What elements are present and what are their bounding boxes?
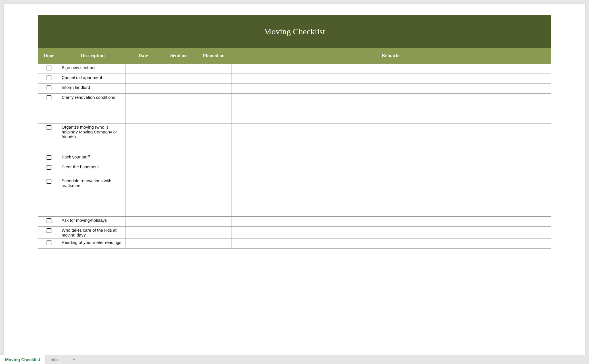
- tab-moving-checklist[interactable]: Moving Checklist: [0, 355, 45, 364]
- cell-date[interactable]: [126, 177, 161, 217]
- checkbox-icon[interactable]: [47, 228, 51, 233]
- cell-description[interactable]: Reading of your meter readings: [60, 239, 126, 249]
- header-send-on: Send on: [161, 48, 196, 64]
- cell-send-on[interactable]: [161, 124, 196, 153]
- cell-date[interactable]: [126, 227, 161, 239]
- cell-phoned-on[interactable]: [196, 74, 231, 84]
- header-phoned-on: Phoned on: [196, 48, 231, 64]
- checkbox-icon[interactable]: [47, 95, 51, 100]
- cell-description[interactable]: Cancel old apartment: [60, 74, 126, 84]
- tab-add-sheet[interactable]: +: [63, 355, 85, 364]
- table-row: Clear the basement: [38, 163, 551, 177]
- cell-remarks[interactable]: [231, 94, 551, 124]
- sheet-tab-bar: Moving Checklist Info +: [0, 355, 589, 364]
- cell-phoned-on[interactable]: [196, 94, 231, 124]
- cell-done[interactable]: [38, 217, 60, 227]
- cell-remarks[interactable]: [231, 84, 551, 94]
- cell-done[interactable]: [38, 64, 60, 74]
- cell-remarks[interactable]: [231, 153, 551, 163]
- cell-date[interactable]: [126, 64, 161, 74]
- cell-send-on[interactable]: [161, 84, 196, 94]
- checkbox-icon[interactable]: [47, 85, 51, 90]
- cell-send-on[interactable]: [161, 64, 196, 74]
- table-row: Reading of your meter readings: [38, 239, 551, 249]
- cell-remarks[interactable]: [231, 124, 551, 153]
- cell-date[interactable]: [126, 239, 161, 249]
- cell-description[interactable]: Sign new contract: [60, 64, 126, 74]
- cell-date[interactable]: [126, 163, 161, 177]
- cell-description[interactable]: Inform landlord: [60, 84, 126, 94]
- tab-info[interactable]: Info: [45, 355, 63, 364]
- cell-phoned-on[interactable]: [196, 177, 231, 217]
- cell-description[interactable]: Pack your stuff: [60, 153, 126, 163]
- checklist-table: Done Description Date Send on Phoned on …: [38, 48, 551, 249]
- cell-date[interactable]: [126, 153, 161, 163]
- checkbox-icon[interactable]: [47, 165, 51, 170]
- cell-date[interactable]: [126, 217, 161, 227]
- cell-send-on[interactable]: [161, 153, 196, 163]
- cell-done[interactable]: [38, 239, 60, 249]
- cell-send-on[interactable]: [161, 217, 196, 227]
- cell-remarks[interactable]: [231, 227, 551, 239]
- cell-date[interactable]: [126, 74, 161, 84]
- cell-remarks[interactable]: [231, 163, 551, 177]
- cell-phoned-on[interactable]: [196, 153, 231, 163]
- cell-date[interactable]: [126, 84, 161, 94]
- cell-phoned-on[interactable]: [196, 84, 231, 94]
- table-row: Cancel old apartment: [38, 74, 551, 84]
- table-row: Pack your stuff: [38, 153, 551, 163]
- cell-send-on[interactable]: [161, 227, 196, 239]
- cell-send-on[interactable]: [161, 239, 196, 249]
- cell-phoned-on[interactable]: [196, 64, 231, 74]
- cell-date[interactable]: [126, 94, 161, 124]
- table-row: Who takes care of the kids at moving day…: [38, 227, 551, 239]
- cell-remarks[interactable]: [231, 177, 551, 217]
- cell-send-on[interactable]: [161, 74, 196, 84]
- cell-remarks[interactable]: [231, 217, 551, 227]
- checkbox-icon[interactable]: [47, 66, 51, 70]
- cell-done[interactable]: [38, 163, 60, 177]
- cell-description[interactable]: Clarify renovation conditions: [60, 94, 126, 124]
- header-remarks: Remarks: [231, 48, 551, 64]
- cell-done[interactable]: [38, 153, 60, 163]
- cell-phoned-on[interactable]: [196, 239, 231, 249]
- cell-send-on[interactable]: [161, 163, 196, 177]
- cell-description[interactable]: Ask for moving-holidays: [60, 217, 126, 227]
- checkbox-icon[interactable]: [47, 218, 51, 223]
- cell-remarks[interactable]: [231, 74, 551, 84]
- table-row: Clarify renovation conditions: [38, 94, 551, 124]
- table-header-row: Done Description Date Send on Phoned on …: [38, 48, 551, 64]
- cell-description[interactable]: Who takes care of the kids at moving day…: [60, 227, 126, 239]
- table-row: Organize moving (who is helping? Moving …: [38, 124, 551, 153]
- cell-send-on[interactable]: [161, 94, 196, 124]
- cell-description[interactable]: Clear the basement: [60, 163, 126, 177]
- header-done: Done: [38, 48, 60, 64]
- cell-done[interactable]: [38, 177, 60, 217]
- cell-done[interactable]: [38, 227, 60, 239]
- cell-description[interactable]: Schedule renovations with craftsmen: [60, 177, 126, 217]
- cell-phoned-on[interactable]: [196, 124, 231, 153]
- table-row: Schedule renovations with craftsmen: [38, 177, 551, 217]
- cell-date[interactable]: [126, 124, 161, 153]
- cell-remarks[interactable]: [231, 239, 551, 249]
- cell-send-on[interactable]: [161, 177, 196, 217]
- table-row: Sign new contract: [38, 64, 551, 74]
- cell-description[interactable]: Organize moving (who is helping? Moving …: [60, 124, 126, 153]
- cell-done[interactable]: [38, 74, 60, 84]
- cell-done[interactable]: [38, 94, 60, 124]
- checkbox-icon[interactable]: [47, 125, 51, 130]
- checkbox-icon[interactable]: [47, 155, 51, 160]
- cell-phoned-on[interactable]: [196, 163, 231, 177]
- header-description: Description: [60, 48, 126, 64]
- checkbox-icon[interactable]: [47, 240, 51, 245]
- cell-done[interactable]: [38, 84, 60, 94]
- cell-phoned-on[interactable]: [196, 217, 231, 227]
- title-banner: Moving Checklist: [38, 15, 551, 48]
- header-date: Date: [126, 48, 161, 64]
- checkbox-icon[interactable]: [47, 179, 51, 184]
- cell-phoned-on[interactable]: [196, 227, 231, 239]
- cell-done[interactable]: [38, 124, 60, 153]
- cell-remarks[interactable]: [231, 64, 551, 74]
- table-row: Ask for moving-holidays: [38, 217, 551, 227]
- checkbox-icon[interactable]: [47, 76, 51, 80]
